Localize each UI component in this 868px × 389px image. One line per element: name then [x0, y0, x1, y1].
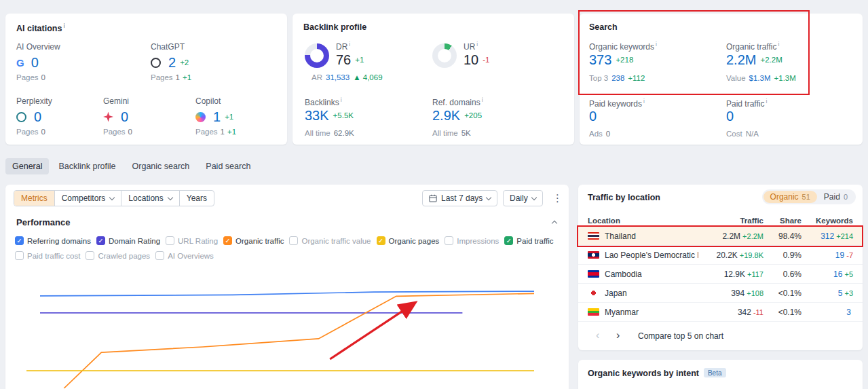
metric-checkbox-url-rating[interactable]: URL Rating [166, 236, 218, 245]
metric-checkbox-ai-overviews[interactable]: AI Overviews [155, 251, 214, 260]
ur-change: -1 [483, 56, 489, 64]
ai-citations-title: AI citationsi [16, 22, 65, 33]
pages-change: +1 [183, 73, 191, 81]
organic-keywords-value[interactable]: 373 [589, 52, 611, 67]
locations-dropdown[interactable]: Locations [121, 191, 178, 206]
keywords-link[interactable]: 5 [838, 289, 843, 298]
paid-traffic-value[interactable]: 0 [726, 109, 734, 124]
section-tabs: General Backlink profile Organic search … [5, 158, 257, 174]
table-row-japan[interactable]: Japan 394+108 <0.1% 5+3 [578, 284, 863, 303]
table-row-myanmar[interactable]: Myanmar 342-11 <0.1% 3 [578, 303, 863, 322]
backlinks-value[interactable]: 33K [305, 108, 329, 123]
keywords-link[interactable]: 312 [820, 231, 834, 241]
checkbox-icon: ✓ [223, 236, 232, 245]
checkbox-icon: ✓ [15, 236, 24, 245]
metric-checkbox-organic-traffic[interactable]: ✓Organic traffic [223, 236, 284, 245]
keywords-link[interactable]: 3 [846, 308, 851, 317]
chevron-down-icon [531, 195, 536, 200]
tab-backlink-profile[interactable]: Backlink profile [52, 158, 122, 174]
chatgpt-icon [151, 58, 161, 68]
metric-checkbox-list: ✓Referring domains ✓Domain Rating URL Ra… [15, 236, 561, 260]
calendar-icon [429, 194, 437, 202]
granularity-dropdown[interactable]: Daily [503, 190, 543, 206]
metric-checkbox-crawled-pages[interactable]: Crawled pages [86, 251, 150, 260]
dr-change: +1 [355, 56, 364, 64]
up-triangle-icon: ▲ [353, 73, 360, 81]
checkbox-icon [86, 251, 94, 260]
ai-overview-count[interactable]: 0 [31, 55, 39, 70]
keywords-link[interactable]: 19 [835, 251, 844, 260]
backlinks-change: +5.5K [333, 111, 354, 119]
metric-checkbox-referring-domains[interactable]: ✓Referring domains [15, 236, 91, 245]
intent-card: Organic keywords by intentBeta [578, 360, 863, 389]
metric-checkbox-paid-traffic-cost[interactable]: Paid traffic cost [15, 251, 80, 260]
ai-source-label: Copilot [195, 96, 236, 106]
years-button[interactable]: Years [179, 191, 214, 206]
copilot-count[interactable]: 1 [213, 109, 221, 124]
pages-label: Pages [195, 128, 218, 136]
chatgpt-change: +2 [180, 58, 189, 67]
metric-checkbox-impressions[interactable]: Impressions [445, 236, 499, 245]
chatgpt-count[interactable]: 2 [168, 55, 176, 70]
checkbox-icon [289, 236, 298, 245]
dr-value: 76 [336, 52, 351, 67]
gemini-icon [103, 112, 113, 122]
checkbox-icon: ✓ [377, 236, 385, 245]
organic-toggle[interactable]: Organic51 [763, 191, 817, 203]
gemini-count[interactable]: 0 [121, 109, 128, 124]
pages-value: 0 [41, 73, 45, 81]
table-row-cambodia[interactable]: Cambodia 12.9K+117 0.6% 16+5 [578, 265, 863, 284]
organic-paid-toggle: Organic51 Paid0 [762, 189, 856, 204]
performance-chart[interactable] [16, 266, 559, 388]
paid-traffic-label: Paid traffici [726, 98, 767, 109]
prev-page-icon[interactable]: ‹ [596, 330, 599, 341]
metric-checkbox-paid-traffic[interactable]: ✓Paid traffic [504, 236, 553, 245]
metrics-button[interactable]: Metrics [14, 191, 54, 206]
ai-source-label: Gemini [103, 96, 135, 106]
keywords-link[interactable]: 16 [833, 270, 842, 279]
pages-value: 0 [128, 128, 132, 136]
backlinks-label: Backlinksi [305, 96, 342, 107]
next-page-icon[interactable]: › [616, 330, 620, 341]
column-location: Location [588, 217, 698, 225]
perplexity-icon [16, 112, 26, 122]
kebab-menu-icon[interactable]: ⋮ [552, 190, 563, 206]
paid-toggle[interactable]: Paid0 [817, 191, 854, 203]
metric-checkbox-organic-traffic-value[interactable]: Organic traffic value [289, 236, 371, 245]
table-row-thailand[interactable]: Thailand 2.2M+2.2M 98.4% 312+214 [578, 227, 863, 246]
competitors-dropdown[interactable]: Competitors [54, 191, 121, 206]
cambodia-flag-icon [588, 270, 599, 278]
pages-value: 1 [176, 73, 180, 81]
info-icon: i [476, 41, 478, 48]
info-icon: i [778, 41, 779, 48]
tab-general[interactable]: General [5, 158, 49, 174]
metric-checkbox-domain-rating[interactable]: ✓Domain Rating [96, 236, 160, 245]
traffic-value[interactable]: $1.3M [749, 74, 771, 82]
ar-value[interactable]: 31,533 [326, 73, 350, 81]
copilot-change: +1 [225, 113, 233, 121]
myanmar-flag-icon [588, 308, 599, 316]
backlink-profile-title: Backlink profile [303, 22, 366, 32]
collapse-icon[interactable] [552, 221, 557, 226]
top3-value[interactable]: 238 [611, 74, 624, 82]
ads-row: Ads0 [589, 130, 610, 138]
metric-checkbox-organic-pages[interactable]: ✓Organic pages [377, 236, 440, 245]
perplexity-count[interactable]: 0 [34, 109, 41, 124]
compare-top5-link[interactable]: Compare top 5 on chart [638, 331, 723, 341]
cost-row: CostN/A [726, 130, 759, 138]
date-range-picker[interactable]: Last 7 days [422, 190, 497, 206]
table-header: Location Traffic Share Keywords [578, 215, 863, 227]
ur-donut-chart [432, 43, 457, 68]
paid-keywords-value[interactable]: 0 [589, 109, 597, 124]
thailand-flag-icon [588, 232, 599, 240]
tab-paid-search[interactable]: Paid search [199, 158, 257, 174]
ref-domains-value[interactable]: 2.9K [432, 108, 460, 123]
table-row-laos[interactable]: Lao People's Democratic Reput 20.2K+19.8… [578, 246, 863, 265]
ai-item-ai-overview: AI Overview G 0 Pages0 [16, 42, 60, 81]
column-traffic: Traffic [698, 217, 763, 225]
tab-organic-search[interactable]: Organic search [126, 158, 197, 174]
organic-traffic-value[interactable]: 2.2M [726, 52, 756, 67]
pages-label: Pages [16, 128, 39, 136]
laos-flag-icon [588, 251, 599, 259]
chevron-down-icon [167, 195, 172, 200]
